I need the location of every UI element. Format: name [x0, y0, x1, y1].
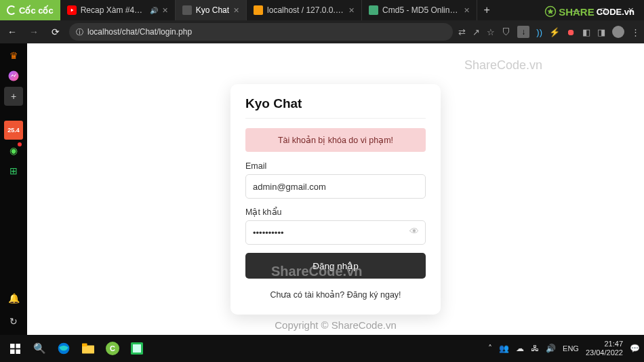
tray-volume-icon[interactable]: 🔊 — [546, 344, 556, 353]
browser-brand[interactable]: Cốc cốc — [0, 0, 60, 20]
tab-label: Recap Xàm #41: Biệt Độ — [81, 5, 146, 15]
signup-prefix: Chưa có tài khoản? — [270, 290, 346, 300]
svg-rect-1 — [182, 5, 192, 15]
svg-rect-6 — [10, 344, 15, 348]
signup-link[interactable]: Đăng ký ngay! — [347, 290, 401, 300]
coccoc-icon — [7, 5, 16, 15]
taskbar-clock[interactable]: 21:47 23/04/2022 — [586, 340, 623, 357]
forward-button[interactable]: → — [26, 24, 42, 40]
url-input[interactable]: ⓘ localhost/chat/Chat/login.php — [69, 23, 453, 41]
notepadpp-icon[interactable] — [126, 338, 148, 359]
edge-icon[interactable] — [53, 338, 75, 359]
tab-kyochat[interactable]: Kyo Chat ✕ — [176, 0, 247, 20]
login-button[interactable]: Đăng nhập — [245, 253, 426, 279]
login-card: Kyo Chat Tài khoản bị khóa do vi phạm! E… — [230, 84, 441, 315]
tray-people-icon[interactable]: 👥 — [499, 344, 509, 353]
tray-network-icon[interactable]: 🖧 — [531, 344, 539, 353]
back-button[interactable]: ← — [4, 24, 20, 40]
password-label: Mật khẩu — [245, 207, 426, 217]
error-alert: Tài khoản bị khóa do vi phạm! — [245, 128, 426, 152]
svg-rect-14 — [133, 344, 141, 353]
sidebar-messenger-icon[interactable] — [4, 66, 23, 85]
page-viewport: ShareCode.vn Kyo Chat Tài khoản bị khóa … — [27, 43, 644, 335]
sidebar-add-icon[interactable]: + — [4, 87, 23, 106]
sidebar-calendar-icon[interactable]: 25.4 — [4, 121, 23, 140]
signup-text: Chưa có tài khoản? Đăng ký ngay! — [245, 289, 426, 300]
tab-strip: Recap Xàm #41: Biệt Độ 🔊 ✕ Kyo Chat ✕ lo… — [60, 0, 563, 20]
badge-text-big: SHARE — [559, 6, 595, 18]
avatar-icon[interactable] — [612, 26, 624, 38]
email-field[interactable] — [245, 174, 426, 199]
svg-rect-7 — [16, 344, 20, 348]
eye-icon[interactable]: 👁 — [409, 226, 419, 237]
sidebar-savior-icon[interactable]: ◉ — [4, 141, 23, 160]
new-tab-button[interactable]: + — [477, 0, 496, 20]
badge-text-small: CODE.vn — [597, 7, 635, 17]
watermark-top: ShareCode.vn — [464, 58, 542, 73]
youtube-icon — [67, 5, 77, 15]
clock-time: 21:47 — [586, 340, 623, 348]
tab-phpmyadmin[interactable]: localhost / 127.0.0.1 / chata ✕ — [247, 0, 362, 20]
tab-label: Cmd5 - MD5 Online ,MD5 D — [382, 5, 460, 15]
page-title: Kyo Chat — [245, 96, 426, 111]
tray-onedrive-icon[interactable]: ☁ — [516, 344, 524, 353]
tab-label: Kyo Chat — [196, 5, 229, 15]
notifications-icon[interactable]: 💬 — [630, 344, 640, 353]
page-body: ShareCode.vn Kyo Chat Tài khoản bị khóa … — [27, 43, 644, 335]
browser-sidebar: ♛ + 25.4 ◉ ⊞ 🔔 ↻ — [0, 43, 27, 335]
sidebar-grid-icon[interactable]: ⊞ — [4, 161, 23, 180]
sidebar-bell-icon[interactable]: 🔔 — [4, 289, 23, 308]
phpmyadmin-icon — [254, 5, 263, 15]
watermark-bottom: Copyright © ShareCode.vn — [275, 319, 396, 331]
toolbar-right: ⇄ ↗ ☆ ⛉ ↓ )) ⚡ ⏺ ◧ ◨ ⋮ — [458, 26, 640, 38]
tab-close-icon[interactable]: ✕ — [348, 6, 355, 15]
bolt-icon[interactable]: ⚡ — [549, 27, 560, 37]
windows-taskbar: 🔍 C ˄ 👥 ☁ 🖧 🔊 ENG 21:47 23/04/2022 💬 — [0, 335, 644, 362]
tray-chevron-icon[interactable]: ˄ — [488, 344, 492, 353]
menu-icon[interactable]: ⋮ — [631, 27, 640, 37]
tab-close-icon[interactable]: ✕ — [233, 6, 239, 15]
search-icon[interactable]: 🔍 — [28, 338, 50, 359]
svg-rect-8 — [10, 349, 15, 354]
svg-rect-9 — [16, 349, 20, 354]
tab-cmd5[interactable]: Cmd5 - MD5 Online ,MD5 D ✕ — [362, 0, 477, 20]
shield-icon[interactable]: ⛉ — [502, 27, 510, 37]
address-bar: ← → ⟳ ⓘ localhost/chat/Chat/login.php ⇄ … — [0, 20, 644, 43]
email-label: Email — [245, 161, 426, 171]
sharecode-badge: SHARECODE.vn — [544, 5, 635, 18]
sidebar-crown-icon[interactable]: ♛ — [4, 46, 23, 65]
bookmark-icon[interactable]: ☆ — [487, 27, 495, 37]
password-field[interactable] — [245, 220, 426, 245]
sidebar-history-icon[interactable]: ↻ — [4, 312, 23, 331]
divider — [245, 118, 426, 119]
cmd5-icon — [369, 5, 378, 15]
rec-icon[interactable]: ⏺ — [567, 27, 576, 37]
brand-label: Cốc cốc — [19, 5, 54, 16]
explorer-icon[interactable] — [77, 338, 99, 359]
translate-icon[interactable]: ⇄ — [458, 27, 466, 37]
download-icon[interactable]: ↓ — [517, 26, 529, 38]
tab-youtube[interactable]: Recap Xàm #41: Biệt Độ 🔊 ✕ — [60, 0, 176, 20]
svg-rect-11 — [82, 346, 94, 354]
clock-date: 23/04/2022 — [586, 348, 623, 357]
url-text: localhost/chat/Chat/login.php — [87, 27, 192, 37]
start-button[interactable] — [4, 338, 26, 359]
wifi-icon[interactable]: )) — [536, 27, 542, 37]
share-icon[interactable]: ↗ — [472, 27, 480, 37]
coccoc-taskbar-icon[interactable]: C — [102, 338, 123, 359]
speaker-icon: 🔊 — [150, 7, 158, 14]
ext1-icon[interactable]: ◧ — [582, 27, 590, 37]
svg-rect-12 — [82, 344, 87, 347]
tab-label: localhost / 127.0.0.1 / chata — [267, 5, 344, 15]
page-icon — [182, 5, 192, 15]
language-indicator[interactable]: ENG — [563, 344, 579, 353]
ext2-icon[interactable]: ◨ — [597, 27, 605, 37]
sharecode-logo-icon — [544, 5, 557, 18]
tab-close-icon[interactable]: ✕ — [162, 6, 168, 15]
reload-button[interactable]: ⟳ — [47, 24, 64, 40]
info-icon: ⓘ — [76, 27, 83, 37]
svg-rect-3 — [369, 5, 378, 15]
tab-close-icon[interactable]: ✕ — [464, 6, 470, 15]
svg-rect-2 — [254, 5, 263, 15]
